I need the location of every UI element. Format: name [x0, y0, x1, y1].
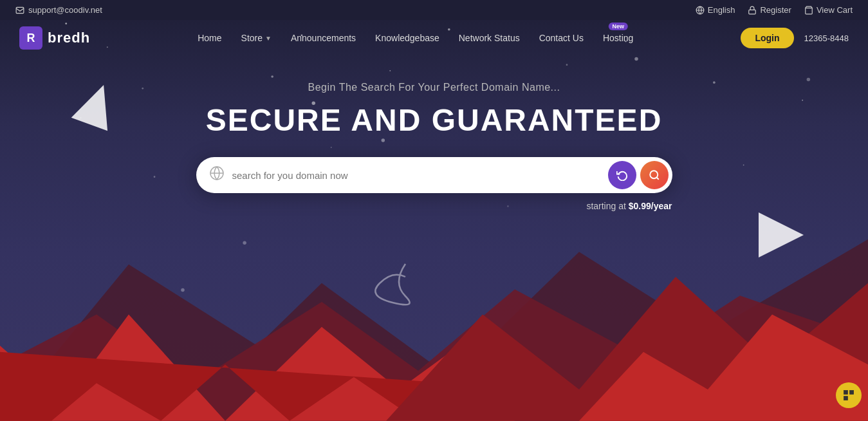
support-email: support@coodiv.net — [28, 5, 102, 15]
logo-icon: R — [19, 26, 42, 50]
hero-subtitle: Begin The Search For Your Perfect Domain… — [13, 82, 855, 93]
phone-number: 12365-8448 — [804, 33, 849, 43]
support-email-section: support@coodiv.net — [15, 5, 102, 15]
email-icon — [15, 6, 24, 15]
hero-title: SECURE AND GUARANTEED — [13, 102, 855, 138]
nav-links: Home Store ▼ Announcements Knowledgebase… — [190, 28, 641, 48]
nav-announcements[interactable]: Announcements — [283, 28, 364, 48]
cart-icon — [804, 6, 813, 15]
search-price-info: starting at $0.99/year — [196, 201, 672, 211]
price-value: $0.99/year — [629, 201, 672, 211]
view-cart-label: View Cart — [817, 5, 853, 15]
nav-hosting[interactable]: Hosting — [603, 33, 633, 43]
top-bar-right: English Register View Cart — [696, 5, 853, 15]
top-bar: support@coodiv.net English Register View… — [0, 0, 868, 20]
domain-search-bar — [196, 157, 672, 193]
nav-store[interactable]: Store ▼ — [234, 28, 279, 48]
hero-section: Begin The Search For Your Perfect Domain… — [0, 56, 868, 230]
search-globe-icon — [209, 165, 225, 185]
hosting-new-badge: New — [608, 23, 628, 30]
logo-text: bredh — [48, 30, 90, 46]
language-selector[interactable]: English — [696, 5, 735, 15]
nav-knowledgebase[interactable]: Knowledgebase — [367, 28, 447, 48]
login-button[interactable]: Login — [741, 28, 793, 48]
yellow-circle-decoration — [836, 382, 862, 408]
store-dropdown-arrow: ▼ — [265, 35, 272, 42]
svg-rect-41 — [844, 391, 848, 395]
lock-icon — [748, 6, 757, 15]
logo-link[interactable]: R bredh — [19, 26, 90, 50]
navbar: R bredh Home Store ▼ Announcements Knowl… — [0, 20, 868, 56]
view-cart-link[interactable]: View Cart — [804, 5, 853, 15]
nav-home[interactable]: Home — [190, 28, 229, 48]
nav-right: Login 12365-8448 — [741, 28, 849, 48]
domain-search-input[interactable] — [232, 170, 608, 181]
search-reset-button[interactable] — [608, 161, 636, 189]
nav-network-status[interactable]: Network Status — [451, 28, 528, 48]
nav-contact-us[interactable]: Contact Us — [531, 28, 591, 48]
right-arrow-decoration — [759, 212, 804, 257]
globe-icon — [696, 6, 705, 15]
search-go-button[interactable] — [640, 161, 669, 189]
svg-rect-42 — [850, 391, 854, 395]
register-link[interactable]: Register — [748, 5, 791, 15]
svg-rect-37 — [749, 10, 756, 14]
svg-rect-43 — [844, 397, 848, 400]
svg-rect-35 — [16, 7, 24, 13]
language-label: English — [708, 5, 735, 15]
register-label: Register — [760, 5, 791, 15]
svg-point-40 — [650, 171, 658, 178]
